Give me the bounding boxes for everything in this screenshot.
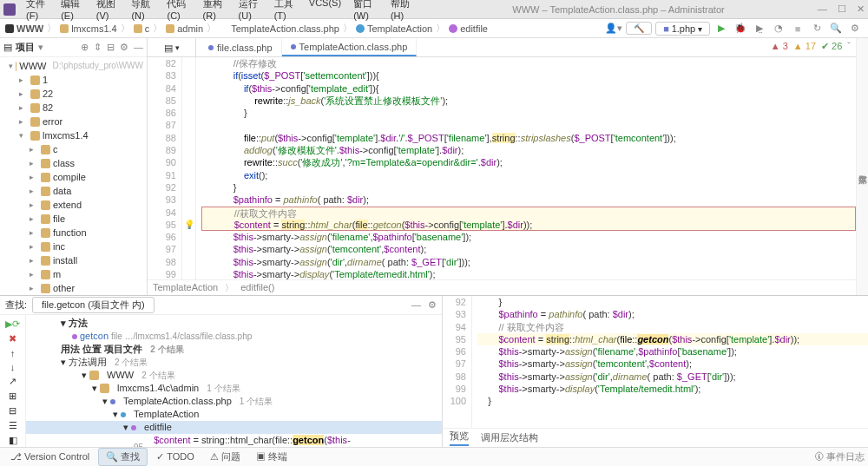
editor-breadcrumb: TemplateAction 〉 editfile()	[148, 279, 856, 295]
tree-item[interactable]: ▸c	[0, 142, 147, 156]
collapse-all-icon[interactable]: ⊟	[9, 405, 16, 417]
breadcrumb-item[interactable]: admin	[166, 23, 203, 34]
titlebar: 文件(F)编辑(E)视图(V)导航(N)代码(C)重构(R)运行(U)工具(T)…	[0, 0, 868, 19]
breadcrumb-item[interactable]: editfile	[449, 23, 488, 34]
profile-icon[interactable]: ◔	[771, 21, 786, 36]
menu-item[interactable]: VCS(S)	[304, 0, 346, 23]
tree-item[interactable]: ▾WWWD:\phpstudy_pro\WWW	[0, 59, 147, 73]
find-settings-icon[interactable]: ⚙	[428, 299, 437, 311]
warning-badge[interactable]: ▲ 17	[793, 41, 816, 52]
menu-item[interactable]: 重构(R)	[198, 0, 232, 23]
event-log-button[interactable]: 🛈 事件日志	[814, 450, 865, 463]
hide-icon[interactable]: —	[134, 42, 143, 53]
project-tree[interactable]: ▾WWWD:\phpstudy_pro\WWW▸1▸22▸82▸error▾lm…	[0, 57, 147, 295]
find-node[interactable]: ▾ lmxcms1.4\c\admin 1 个结果	[26, 382, 442, 395]
weak-warning-badge[interactable]: ✔ 26	[821, 41, 842, 52]
tree-item[interactable]: ▸data	[0, 184, 147, 198]
menu-item[interactable]: 运行(U)	[233, 0, 267, 23]
menu-item[interactable]: 窗口(W)	[348, 0, 384, 23]
find-node[interactable]: ▾ WWW 2 个结果	[26, 369, 442, 382]
tool-window-button[interactable]: ✓ TODO	[149, 450, 201, 464]
build-button[interactable]: 🔨	[626, 22, 652, 35]
tool-window-button[interactable]: ▣ 终端	[249, 449, 294, 465]
preview-editor[interactable]: 9293949596979899100 } $pathinfo = pathin…	[443, 296, 868, 428]
find-target-pill[interactable]: file.getcon (项目文件 内)	[32, 297, 155, 313]
minimize-icon[interactable]: —	[818, 3, 827, 15]
menu-item[interactable]: 文件(F)	[21, 0, 54, 23]
right-tool-rail[interactable]: 数据库	[856, 38, 868, 295]
tree-item[interactable]: ▾lmxcms1.4	[0, 128, 147, 142]
settings-icon[interactable]: ⚙	[847, 21, 863, 36]
select-opened-icon[interactable]: ⊕	[81, 42, 89, 53]
tree-item[interactable]: ▸82	[0, 101, 147, 115]
tool-window-button[interactable]: ⎇ Version Control	[3, 450, 96, 464]
tree-item[interactable]: ▸22	[0, 87, 147, 101]
preview-tab[interactable]: 预览	[450, 430, 469, 446]
debug-icon[interactable]: 🐞	[733, 21, 748, 36]
menu-item[interactable]: 代码(C)	[161, 0, 195, 23]
run-icon[interactable]: ▶	[713, 21, 729, 36]
close-icon[interactable]: ✕	[857, 3, 865, 15]
usage-code-line[interactable]: $content = string::html_char(file::getco…	[154, 434, 438, 447]
menu-item[interactable]: 视图(V)	[91, 0, 125, 23]
prev-icon[interactable]: ↑	[10, 348, 16, 358]
find-node[interactable]: ▾ TemplateAction	[26, 408, 442, 421]
code-editor[interactable]: 828384858687888990919293949596979899 💡 /…	[148, 57, 856, 279]
find-results-tree[interactable]: ▾方法 getcon file …/lmxcms1.4/class/file.c…	[26, 315, 442, 447]
project-icon: ▤	[3, 42, 12, 53]
tree-item[interactable]: ▸inc	[0, 240, 147, 253]
export-icon[interactable]: ↗	[9, 376, 16, 387]
tree-item[interactable]: ▸error	[0, 115, 147, 128]
menu-item[interactable]: 帮助(H)	[385, 0, 419, 23]
preview-icon[interactable]: ◧	[9, 435, 17, 446]
breadcrumb-item[interactable]: lmxcms1.4	[60, 23, 117, 34]
breadcrumb-item[interactable]: WWW	[5, 23, 43, 34]
crumb[interactable]: TemplateAction	[153, 282, 218, 293]
gear-icon[interactable]: ⚙	[120, 42, 128, 53]
tree-item[interactable]: ▸extend	[0, 198, 147, 212]
stop-icon[interactable]: ■	[790, 21, 806, 36]
menu-item[interactable]: 编辑(E)	[56, 0, 89, 23]
maximize-icon[interactable]: ☐	[838, 3, 846, 15]
search-icon[interactable]: 🔍	[828, 21, 844, 36]
group-icon[interactable]: ☰	[9, 420, 17, 431]
tree-item[interactable]: ▸function	[0, 226, 147, 240]
tree-item[interactable]: ▸class	[0, 156, 147, 170]
tool-window-button[interactable]: ⚠ 问题	[203, 449, 247, 465]
menu-item[interactable]: 导航(N)	[126, 0, 160, 23]
collapse-icon[interactable]: ⊟	[107, 42, 115, 53]
preview-tab[interactable]: 调用层次结构	[481, 431, 538, 444]
project-panel-title: 项目	[16, 41, 35, 54]
update-icon[interactable]: ↻	[809, 21, 825, 36]
tree-item[interactable]: ▸m	[0, 267, 147, 281]
editor-tab[interactable]: file.class.php	[200, 39, 282, 56]
expand-icon[interactable]: ⇕	[94, 42, 102, 53]
method-link[interactable]: getcon	[80, 330, 108, 343]
pin-icon[interactable]: —	[411, 299, 421, 311]
run-config-selector[interactable]: ■ 1.php ▾	[655, 22, 710, 36]
breadcrumb-item[interactable]: TemplateAction	[356, 23, 432, 34]
crumb[interactable]: editfile()	[240, 282, 274, 293]
breadcrumb-item[interactable]: TemplateAction.class.php	[220, 23, 339, 34]
user-icon[interactable]: 👤▾	[605, 23, 622, 34]
inspection-chevron-icon[interactable]: ˇ	[847, 41, 851, 52]
tree-item[interactable]: ▸other	[0, 281, 147, 295]
tree-item[interactable]: ▸file	[0, 212, 147, 226]
tree-item[interactable]: ▸1	[0, 73, 147, 87]
coverage-icon[interactable]: ▶̤	[752, 21, 767, 36]
tree-item[interactable]: ▸compile	[0, 170, 147, 184]
tool-window-button[interactable]: 🔍 查找	[98, 448, 148, 466]
project-tool-button[interactable]: ▤▾	[148, 38, 196, 57]
find-node[interactable]: ▾ TemplateAction.class.php 1 个结果	[26, 395, 442, 408]
rerun-icon[interactable]: ▶⟳	[5, 318, 20, 330]
find-node[interactable]: ▾ editfile	[26, 421, 442, 434]
error-badge[interactable]: ▲ 3	[771, 41, 788, 52]
tree-item[interactable]: ▸install	[0, 253, 147, 267]
editor-tab[interactable]: TemplateAction.class.php	[282, 39, 418, 56]
breadcrumb-item[interactable]: c	[134, 23, 150, 34]
menu-item[interactable]: 工具(T)	[269, 0, 302, 23]
close-panel-icon[interactable]: ✖	[9, 333, 16, 345]
next-icon[interactable]: ↓	[10, 362, 16, 372]
expand-all-icon[interactable]: ⊞	[9, 391, 16, 402]
php-file-icon: ■	[663, 23, 669, 34]
